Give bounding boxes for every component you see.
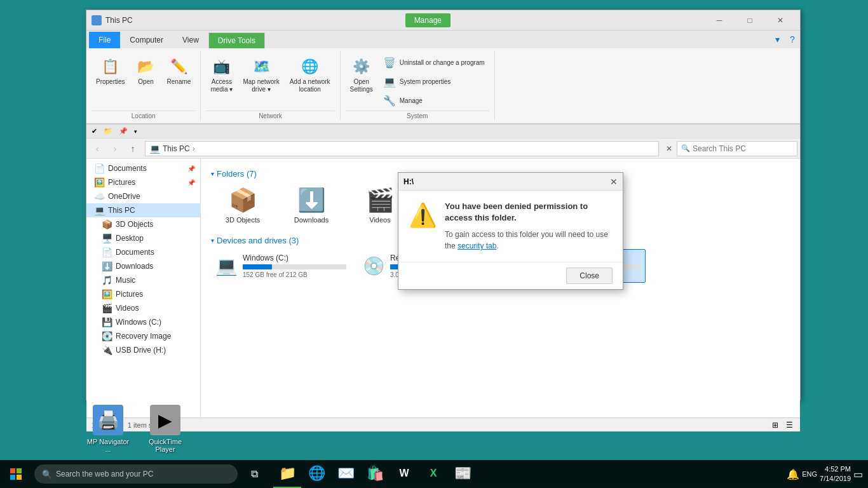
warning-icon: ⚠️: [409, 202, 437, 252]
open-icon: 📂: [136, 57, 156, 77]
taskbar-mail[interactable]: ✉️: [332, 460, 360, 488]
up-button[interactable]: ↑: [125, 140, 141, 157]
ribbon-open-settings-btn[interactable]: ⚙️ OpenSettings: [346, 53, 377, 97]
desktop-icon-quicktime[interactable]: ▶ QuickTime Player: [143, 405, 187, 453]
sidebar-item-windows-c[interactable]: 💾 Windows (C:): [86, 315, 200, 329]
sidebar-item-this-pc[interactable]: 💻 This PC: [86, 203, 200, 217]
close-button[interactable]: ✕: [766, 10, 795, 30]
quick-access-btn[interactable]: ✔: [89, 126, 100, 137]
desktop-icon-mp-navigator[interactable]: 🖨️ MP Navigator ...: [86, 405, 130, 453]
pin-icon-documents: 📌: [187, 165, 195, 172]
sidebar-item-videos[interactable]: 🎬 Videos: [86, 301, 200, 315]
sidebar-item-3d-objects[interactable]: 📦 3D Objects: [86, 217, 200, 231]
ribbon-open-btn[interactable]: 📂 Open: [131, 53, 161, 89]
sidebar-item-documents[interactable]: 📄 Documents 📌: [86, 161, 200, 175]
sidebar-item-pictures2[interactable]: 🖼️ Pictures: [86, 287, 200, 301]
drive-windows-bar-bg: [243, 264, 346, 269]
tab-computer[interactable]: Computer: [120, 32, 173, 48]
excel-icon: X: [430, 468, 437, 479]
quick-access-pin-btn[interactable]: 📌: [116, 126, 130, 137]
dialog-close-button[interactable]: Close: [566, 268, 613, 284]
ribbon-map-network-btn[interactable]: 🗺️ Map networkdrive ▾: [238, 53, 283, 97]
sidebar-item-recovery[interactable]: 💽 Recovery Image: [86, 329, 200, 343]
ribbon-expand-btn[interactable]: ▾: [770, 30, 785, 48]
minimize-button[interactable]: ─: [705, 10, 734, 30]
ribbon-group-system-label: System: [346, 111, 489, 121]
tab-file[interactable]: File: [89, 32, 120, 48]
ribbon-uninstall-btn[interactable]: 🗑️ Uninstall or change a program: [379, 53, 489, 71]
sidebar-item-usb-drive[interactable]: 🔌 USB Drive (H:): [86, 343, 200, 357]
taskbar-search-icon: 🔍: [42, 470, 52, 479]
maximize-button[interactable]: □: [735, 10, 764, 30]
ribbon-access-media-btn[interactable]: 📺 Accessmedia ▾: [206, 53, 237, 97]
task-view-button[interactable]: ⧉: [240, 460, 268, 488]
taskbar-file-explorer[interactable]: 📁: [273, 460, 301, 488]
music-icon: 🎵: [102, 275, 112, 285]
taskbar-search[interactable]: 🔍 Search the web and your PC: [34, 464, 238, 484]
back-button[interactable]: ‹: [89, 140, 105, 157]
dialog-x-button[interactable]: ✕: [610, 177, 618, 187]
pictures2-icon: 🖼️: [102, 289, 112, 299]
sidebar-item-pictures[interactable]: 🖼️ Pictures 📌: [86, 175, 200, 189]
search-input[interactable]: [693, 144, 793, 153]
address-bar[interactable]: 💻 This PC ›: [145, 141, 659, 156]
mp-navigator-icon: 🖨️: [93, 405, 123, 435]
large-icons-view-btn[interactable]: ⊞: [770, 419, 781, 431]
drive-windows-info: Windows (C:) 152 GB free of 212 GB: [243, 254, 346, 278]
tab-view[interactable]: View: [173, 32, 208, 48]
tab-drive-tools[interactable]: Drive Tools: [208, 32, 265, 49]
dialog-title-bar: H:\ ✕: [398, 173, 623, 191]
ribbon-rename-btn[interactable]: ✏️ Rename: [163, 53, 196, 89]
search-bar[interactable]: 🔍: [677, 141, 797, 156]
ribbon-properties-btn[interactable]: 📋 Properties: [92, 53, 130, 89]
ribbon-group-network: 📺 Accessmedia ▾ 🗺️ Map networkdrive ▾ 🌐 …: [206, 51, 340, 121]
address-clear-button[interactable]: ✕: [663, 144, 675, 153]
taskbar-lang[interactable]: ENG: [802, 470, 817, 478]
ribbon-sys-properties-btn[interactable]: 💻 System properties: [379, 72, 489, 90]
sidebar-item-onedrive[interactable]: ☁️ OneDrive: [86, 189, 200, 203]
sys-properties-icon: 💻: [383, 75, 396, 88]
ribbon-add-network-btn[interactable]: 🌐 Add a networklocation: [285, 53, 335, 97]
taskbar-right: 🔔 ENG 4:52 PM 7/14/2019 ▭: [787, 464, 868, 484]
sidebar-item-desktop[interactable]: 🖥️ Desktop: [86, 231, 200, 245]
mp-navigator-label: MP Navigator ...: [86, 438, 130, 453]
taskbar-excel[interactable]: X: [419, 460, 447, 488]
taskbar-word[interactable]: W: [390, 460, 418, 488]
security-tab-link[interactable]: security tab: [458, 241, 496, 250]
details-view-btn[interactable]: ☰: [783, 419, 795, 431]
rename-icon: ✏️: [168, 57, 189, 77]
task-view-icon: ⧉: [251, 468, 258, 480]
map-network-label: Map networkdrive ▾: [243, 78, 279, 93]
taskbar-store[interactable]: 🛍️: [361, 460, 389, 488]
desktop-icon: 🖥️: [102, 233, 112, 243]
pin-icon-pictures: 📌: [187, 179, 195, 186]
folder-downloads-icon: ⬇️: [297, 187, 326, 214]
social-icon: 📰: [454, 465, 471, 482]
taskbar-edge[interactable]: 🌐: [302, 460, 330, 488]
manage-icon: 🔧: [383, 94, 396, 107]
taskbar-notification-icon[interactable]: 🔔: [787, 468, 799, 480]
quick-access-down-btn[interactable]: ▾: [132, 127, 140, 136]
sidebar-item-downloads[interactable]: ⬇️ Downloads: [86, 259, 200, 273]
help-button[interactable]: ?: [785, 30, 800, 48]
drive-windows-bar: [243, 264, 272, 269]
manage-tab-button[interactable]: Manage: [405, 13, 451, 27]
pictures-icon: 🖼️: [94, 177, 104, 187]
folder-downloads[interactable]: ⬇️ Downloads: [280, 182, 343, 228]
ribbon-group-location-items: 📋 Properties 📂 Open ✏️ Rename: [92, 51, 195, 109]
forward-button[interactable]: ›: [107, 140, 123, 157]
dialog-heading: You have been denied permission to acces…: [445, 201, 613, 224]
start-button[interactable]: [0, 460, 32, 488]
ribbon-manage-btn[interactable]: 🔧 Manage: [379, 92, 489, 109]
drive-windows-icon: 💻: [215, 255, 238, 276]
drive-windows-c[interactable]: 💻 Windows (C:) 152 GB free of 212 GB: [211, 249, 351, 283]
sidebar-item-music[interactable]: 🎵 Music: [86, 273, 200, 287]
videos-icon: 🎬: [102, 303, 112, 313]
quick-access-new-folder-btn[interactable]: 📁: [101, 126, 115, 137]
sidebar-item-documents2[interactable]: 📄 Documents: [86, 245, 200, 259]
show-desktop-btn[interactable]: ▭: [853, 468, 863, 480]
taskbar-social[interactable]: 📰: [449, 460, 477, 488]
edge-icon: 🌐: [308, 465, 325, 482]
folder-3d-objects[interactable]: 📦 3D Objects: [211, 182, 275, 228]
svg-rect-2: [10, 475, 15, 480]
